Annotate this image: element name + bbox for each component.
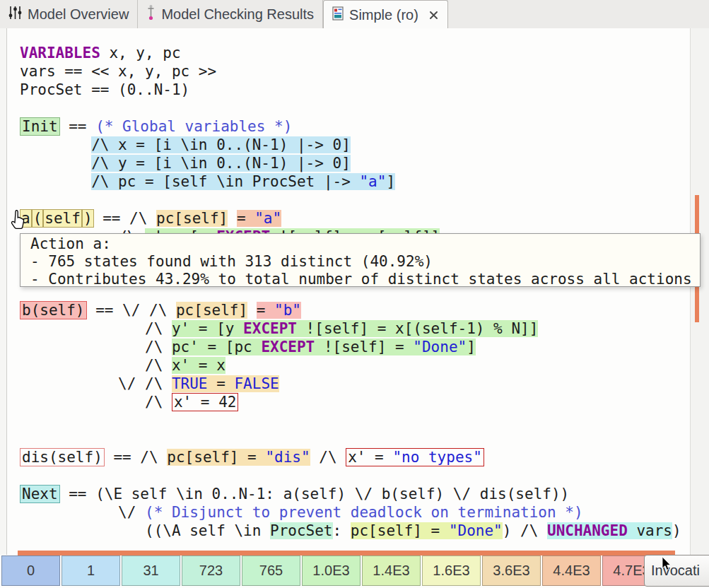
legend-cell[interactable]: 765 xyxy=(242,555,300,586)
invocations-button[interactable]: Invocati xyxy=(644,555,709,587)
sliders-icon xyxy=(8,5,22,24)
code-line: b(self) == \/ /\ pc[self] = "b" xyxy=(20,301,301,319)
editor-gutter xyxy=(0,28,7,555)
code-line: /\ x' = 42 xyxy=(20,393,238,411)
legend-cell[interactable]: 1 xyxy=(61,555,120,586)
tab-model-checking-results[interactable]: Model Checking Results xyxy=(138,0,323,28)
editor-tab-bar: Model Overview Model Checking Results xyxy=(0,0,709,29)
tab-simple-ro[interactable]: Simple (ro) xyxy=(323,0,448,29)
code-line: /\ y = [i \in 0..(N-1) |-> 0] xyxy=(20,154,351,172)
code-line: Next == (\E self \in 0..N-1: a(self) \/ … xyxy=(20,485,569,503)
legend-cell[interactable]: 4.4E3 xyxy=(542,555,601,586)
code-line: /\ y' = [y EXCEPT ![self] = x[(self-1) %… xyxy=(20,319,538,338)
heat-scale-bar xyxy=(18,551,675,555)
legend-cell[interactable]: 3.6E3 xyxy=(482,555,541,586)
code-line: /\ x' = x xyxy=(20,356,225,375)
tla-toolbox-window: Model Overview Model Checking Results xyxy=(0,0,709,588)
code-line: a(self) == /\ pc[self] = "a" xyxy=(20,209,281,228)
tab-label: Model Overview xyxy=(28,6,129,23)
legend-cell[interactable]: 1.6E3 xyxy=(422,555,481,586)
legend-cell[interactable]: 0 xyxy=(1,555,60,586)
code-line: vars == << x, y, pc >> xyxy=(20,62,216,81)
legend-cell[interactable]: 31 xyxy=(122,555,180,586)
tab-label: Simple (ro) xyxy=(349,7,418,23)
code-line: dis(self) == /\ pc[self] = "dis" /\ x' =… xyxy=(20,448,484,466)
code-line: VARIABLES x, y, pc xyxy=(20,44,181,62)
profiler-tooltip: Action a: - 765 states found with 313 di… xyxy=(20,233,701,287)
close-icon[interactable] xyxy=(428,10,439,20)
tooltip-line: - 765 states found with 313 distinct (40… xyxy=(30,253,700,271)
tab-model-overview[interactable]: Model Overview xyxy=(0,0,138,28)
heat-legend: 01317237651.0E31.4E31.6E33.6E34.4E34.7E3 xyxy=(1,555,661,586)
pin-icon xyxy=(146,4,156,25)
tooltip-line: - Contributes 43.29% to total number of … xyxy=(30,271,700,288)
code-line: ((\A self \in ProcSet: pc[self] = "Done"… xyxy=(20,522,681,540)
file-icon xyxy=(332,6,344,24)
legend-cell[interactable]: 723 xyxy=(182,555,240,586)
code-line: Init == (* Global variables *) xyxy=(20,117,292,136)
tooltip-line: Action a: xyxy=(30,235,700,253)
code-line: ProcSet == (0..N-1) xyxy=(20,81,189,99)
code-line: /\ pc' = [pc EXCEPT ![self] = "Done"] xyxy=(20,338,476,356)
code-line: \/ /\ TRUE = FALSE xyxy=(20,375,279,393)
tab-label: Model Checking Results xyxy=(161,6,314,23)
legend-cell[interactable]: 1.4E3 xyxy=(362,555,421,586)
overview-ruler xyxy=(690,28,709,555)
code-line: /\ pc = [self \in ProcSet |-> "a"] xyxy=(20,172,395,191)
code-line: \/ (* Disjunct to prevent deadlock on te… xyxy=(20,503,583,522)
legend-cell[interactable]: 1.0E3 xyxy=(302,555,361,586)
code-line: /\ x = [i \in 0..(N-1) |-> 0] xyxy=(20,136,351,154)
